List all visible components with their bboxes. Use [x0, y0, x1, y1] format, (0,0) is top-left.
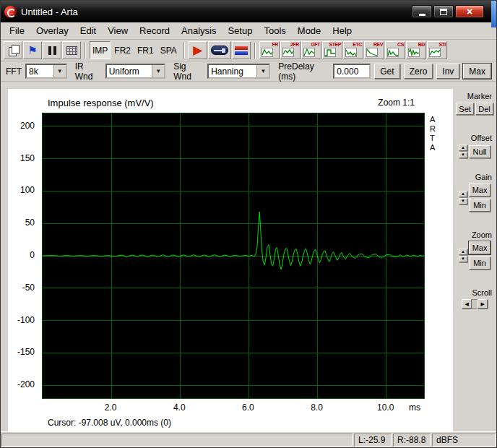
chevron-down-icon[interactable]: ▼	[152, 65, 164, 77]
menu-overlay[interactable]: Overlay	[30, 24, 74, 38]
stop-pause-button[interactable]	[43, 41, 61, 59]
menubar: File Overlay Edit View Record Analysis S…	[1, 22, 496, 40]
offset-down-button[interactable]: ▼	[459, 152, 467, 158]
menu-record[interactable]: Record	[134, 24, 176, 38]
y-tick-label: -50	[8, 283, 35, 293]
y-axis: 200150100500-50-100-150-200	[8, 113, 38, 399]
gain-max-button[interactable]: Max	[469, 184, 490, 197]
record-button[interactable]: ▶	[189, 41, 207, 59]
chevron-down-icon[interactable]: ▼	[256, 65, 269, 77]
titlebar[interactable]: Untitled - Arta ×	[1, 1, 496, 22]
offset-up-button[interactable]: ▲	[459, 145, 467, 151]
statusbar: L:-25.9 R:-88.8 dBFS	[1, 431, 496, 447]
sig-wnd-value: Hanning	[209, 65, 256, 77]
marker-set-button[interactable]: Set	[456, 103, 474, 115]
analysis-step-button[interactable]: STEP	[322, 41, 342, 59]
gain-up-button[interactable]: ▲	[459, 191, 467, 197]
audio-device-button[interactable]	[232, 41, 251, 59]
inv-button[interactable]: Inv	[436, 64, 459, 79]
signal-generator-icon	[211, 46, 228, 55]
chart-title: Impulse response (mV/V)	[48, 98, 154, 108]
menu-view[interactable]: View	[102, 24, 134, 38]
grid-icon	[66, 46, 77, 55]
menu-analysis[interactable]: Analysis	[176, 24, 222, 38]
menu-help[interactable]: Help	[327, 24, 358, 38]
scroll-left-button[interactable]: ◀	[462, 299, 472, 309]
mini-chart-icon	[303, 48, 316, 57]
chevron-down-icon[interactable]: ▼	[53, 65, 66, 77]
zero-button[interactable]: Zero	[404, 64, 433, 79]
flag-icon: ⚑	[27, 45, 37, 56]
mode-fr2-button[interactable]: FR2	[111, 41, 134, 59]
toolbar-separator	[183, 43, 185, 59]
fft-select[interactable]: 8k ▼	[25, 64, 67, 79]
analysis-bd-button[interactable]: BD	[406, 41, 426, 59]
zoom-up-button[interactable]: ▲	[459, 249, 467, 255]
mode-imp-button[interactable]: IMP	[90, 41, 111, 59]
menu-setup[interactable]: Setup	[222, 24, 258, 38]
sig-wnd-select[interactable]: Hanning ▼	[207, 64, 270, 79]
get-button[interactable]: Get	[374, 64, 399, 79]
x-tick-label: 4.0	[168, 402, 191, 413]
scroll-track[interactable]	[472, 299, 477, 309]
zoom-ratio-label: Zoom 1:1	[378, 98, 415, 108]
signal-generator-button[interactable]	[208, 41, 231, 59]
max-button[interactable]: Max	[463, 64, 491, 79]
fft-label: FFT	[6, 66, 22, 77]
arta-watermark: ARTA	[430, 115, 438, 152]
analysis-rev-button[interactable]: REV	[364, 41, 384, 59]
menu-mode[interactable]: Mode	[292, 24, 327, 38]
menu-edit[interactable]: Edit	[74, 24, 102, 38]
x-axis: ms 2.04.06.08.010.0	[42, 402, 425, 414]
marker-del-button[interactable]: Del	[475, 103, 493, 115]
offset-label: Offset	[453, 134, 496, 142]
maximize-icon	[440, 9, 447, 15]
scroll-right-button[interactable]: ▶	[477, 299, 488, 309]
y-tick-label: 200	[8, 121, 35, 131]
zoom-min-button[interactable]: Min	[469, 257, 490, 270]
gain-min-button[interactable]: Min	[469, 199, 490, 212]
mode-fr1-button[interactable]: FR1	[134, 41, 157, 59]
analysis-fr-button[interactable]: FR	[259, 41, 280, 59]
maximize-button[interactable]	[433, 5, 454, 18]
analysis-sti-button[interactable]: STI	[427, 41, 447, 59]
y-tick-label: -100	[8, 315, 35, 325]
analysis-oft-button[interactable]: OFT	[301, 41, 321, 59]
zoom-max-button[interactable]: Max	[469, 241, 490, 254]
settings-bar: FFT 8k ▼ IR Wnd Uniform ▼ Sig Wnd Hannin…	[1, 61, 496, 82]
new-button[interactable]	[4, 41, 22, 59]
analysis-2fr-button[interactable]: 2FR	[280, 41, 301, 59]
y-tick-label: 0	[8, 250, 35, 260]
overlay-flag-button[interactable]: ⚑	[23, 41, 42, 59]
x-tick-label: 6.0	[236, 402, 259, 413]
analysis-cs-button[interactable]: CS	[385, 41, 405, 59]
offset-null-button[interactable]: Null	[469, 145, 490, 158]
y-tick-label: -200	[8, 379, 35, 389]
close-button[interactable]: ×	[455, 5, 484, 18]
mode-spa-button[interactable]: SPA	[157, 41, 180, 59]
left-level-meter: L:-25.9	[354, 434, 392, 447]
mini-chart-icon	[387, 48, 400, 57]
analysis-etc-button[interactable]: ETC	[343, 41, 363, 59]
side-panel: Marker Set Del Offset ▲ ▼ Null Gain ▲ ▼	[453, 89, 496, 433]
menu-file[interactable]: File	[4, 24, 30, 38]
plot-area[interactable]	[42, 113, 425, 399]
mini-chart-icon	[408, 48, 421, 57]
desktop-background-edge	[491, 1, 496, 27]
status-message-cell	[1, 434, 353, 447]
y-tick-label: 100	[8, 185, 35, 195]
y-tick-label: 50	[8, 217, 35, 228]
cursor-readout: Cursor: -97.008 uV, 0.000ms (0)	[48, 418, 171, 428]
zoom-down-button[interactable]: ▼	[459, 256, 467, 262]
minimize-button[interactable]	[412, 5, 432, 18]
arta-app-icon[interactable]	[4, 6, 17, 18]
menu-tools[interactable]: Tools	[258, 24, 291, 38]
minimize-icon	[419, 14, 425, 16]
predelay-input[interactable]	[333, 64, 371, 79]
data-table-button[interactable]	[62, 41, 81, 59]
gain-down-button[interactable]: ▼	[459, 198, 467, 204]
toolbar: ⚑ IMP FR2 FR1 SPA ▶ FR 2FR OFT STEP ETC …	[1, 40, 496, 61]
ir-wnd-select[interactable]: Uniform ▼	[105, 64, 166, 79]
gain-label: Gain	[453, 173, 496, 181]
impulse-plot-svg[interactable]	[43, 113, 424, 398]
